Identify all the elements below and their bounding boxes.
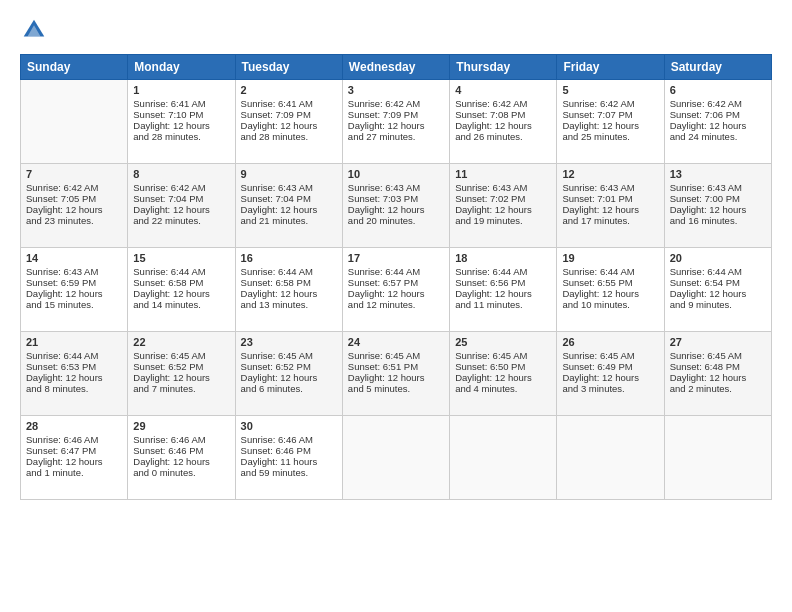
day-info-line: Sunset: 7:06 PM: [670, 109, 766, 120]
day-info-line: Daylight: 12 hours: [562, 120, 658, 131]
day-info-line: Sunset: 6:48 PM: [670, 361, 766, 372]
calendar-cell: 13Sunrise: 6:43 AMSunset: 7:00 PMDayligh…: [664, 164, 771, 248]
day-number: 25: [455, 336, 551, 348]
day-info-line: Daylight: 12 hours: [133, 204, 229, 215]
day-info-line: Daylight: 12 hours: [133, 288, 229, 299]
calendar-cell: 17Sunrise: 6:44 AMSunset: 6:57 PMDayligh…: [342, 248, 449, 332]
day-info-line: Daylight: 12 hours: [133, 456, 229, 467]
day-info-line: Sunset: 6:51 PM: [348, 361, 444, 372]
day-info-line: Daylight: 12 hours: [455, 120, 551, 131]
day-info-line: and 22 minutes.: [133, 215, 229, 226]
day-info-line: Daylight: 12 hours: [26, 204, 122, 215]
day-info-line: Sunrise: 6:43 AM: [348, 182, 444, 193]
day-info-line: Daylight: 12 hours: [26, 372, 122, 383]
calendar-table: SundayMondayTuesdayWednesdayThursdayFrid…: [20, 54, 772, 500]
day-number: 30: [241, 420, 337, 432]
day-number: 8: [133, 168, 229, 180]
day-info-line: and 16 minutes.: [670, 215, 766, 226]
day-info-line: Sunrise: 6:42 AM: [670, 98, 766, 109]
day-info-line: Daylight: 12 hours: [670, 120, 766, 131]
day-info-line: Sunrise: 6:44 AM: [670, 266, 766, 277]
day-number: 20: [670, 252, 766, 264]
day-info-line: Sunrise: 6:43 AM: [670, 182, 766, 193]
day-info-line: Daylight: 11 hours: [241, 456, 337, 467]
day-info-line: Sunrise: 6:42 AM: [26, 182, 122, 193]
day-header-thursday: Thursday: [450, 55, 557, 80]
day-info-line: Sunset: 6:52 PM: [241, 361, 337, 372]
day-number: 21: [26, 336, 122, 348]
day-number: 3: [348, 84, 444, 96]
calendar-cell: 23Sunrise: 6:45 AMSunset: 6:52 PMDayligh…: [235, 332, 342, 416]
day-number: 19: [562, 252, 658, 264]
calendar-cell: 6Sunrise: 6:42 AMSunset: 7:06 PMDaylight…: [664, 80, 771, 164]
calendar-cell: 16Sunrise: 6:44 AMSunset: 6:58 PMDayligh…: [235, 248, 342, 332]
day-info-line: and 2 minutes.: [670, 383, 766, 394]
day-info-line: Sunrise: 6:46 AM: [241, 434, 337, 445]
day-info-line: and 25 minutes.: [562, 131, 658, 142]
day-info-line: and 20 minutes.: [348, 215, 444, 226]
day-number: 2: [241, 84, 337, 96]
day-number: 13: [670, 168, 766, 180]
day-number: 27: [670, 336, 766, 348]
day-info-line: Daylight: 12 hours: [562, 372, 658, 383]
day-info-line: and 26 minutes.: [455, 131, 551, 142]
calendar-cell: 11Sunrise: 6:43 AMSunset: 7:02 PMDayligh…: [450, 164, 557, 248]
day-info-line: Sunset: 6:58 PM: [241, 277, 337, 288]
day-info-line: and 1 minute.: [26, 467, 122, 478]
day-info-line: Sunset: 7:00 PM: [670, 193, 766, 204]
day-info-line: Daylight: 12 hours: [133, 372, 229, 383]
day-info-line: Sunrise: 6:46 AM: [26, 434, 122, 445]
logo: [20, 16, 52, 44]
day-info-line: and 14 minutes.: [133, 299, 229, 310]
day-info-line: and 17 minutes.: [562, 215, 658, 226]
week-row-4: 21Sunrise: 6:44 AMSunset: 6:53 PMDayligh…: [21, 332, 772, 416]
week-row-5: 28Sunrise: 6:46 AMSunset: 6:47 PMDayligh…: [21, 416, 772, 500]
day-header-wednesday: Wednesday: [342, 55, 449, 80]
day-info-line: Sunset: 6:54 PM: [670, 277, 766, 288]
day-info-line: Daylight: 12 hours: [455, 372, 551, 383]
day-number: 22: [133, 336, 229, 348]
day-info-line: Sunrise: 6:44 AM: [26, 350, 122, 361]
calendar-cell: 9Sunrise: 6:43 AMSunset: 7:04 PMDaylight…: [235, 164, 342, 248]
header: [20, 16, 772, 44]
day-info-line: Sunset: 6:49 PM: [562, 361, 658, 372]
calendar-cell: [21, 80, 128, 164]
day-info-line: and 28 minutes.: [133, 131, 229, 142]
day-info-line: Sunset: 7:03 PM: [348, 193, 444, 204]
calendar-cell: 20Sunrise: 6:44 AMSunset: 6:54 PMDayligh…: [664, 248, 771, 332]
day-number: 24: [348, 336, 444, 348]
day-info-line: and 24 minutes.: [670, 131, 766, 142]
day-info-line: Daylight: 12 hours: [562, 204, 658, 215]
day-header-friday: Friday: [557, 55, 664, 80]
week-row-2: 7Sunrise: 6:42 AMSunset: 7:05 PMDaylight…: [21, 164, 772, 248]
calendar-cell: 21Sunrise: 6:44 AMSunset: 6:53 PMDayligh…: [21, 332, 128, 416]
day-info-line: Daylight: 12 hours: [562, 288, 658, 299]
day-number: 18: [455, 252, 551, 264]
day-number: 14: [26, 252, 122, 264]
day-info-line: Sunrise: 6:45 AM: [562, 350, 658, 361]
day-info-line: Sunset: 7:04 PM: [241, 193, 337, 204]
day-info-line: Sunrise: 6:43 AM: [26, 266, 122, 277]
day-info-line: Daylight: 12 hours: [455, 204, 551, 215]
day-info-line: Sunrise: 6:45 AM: [348, 350, 444, 361]
calendar-cell: 8Sunrise: 6:42 AMSunset: 7:04 PMDaylight…: [128, 164, 235, 248]
day-number: 26: [562, 336, 658, 348]
day-info-line: and 15 minutes.: [26, 299, 122, 310]
calendar-cell: [557, 416, 664, 500]
day-info-line: Sunrise: 6:44 AM: [241, 266, 337, 277]
day-info-line: Sunrise: 6:42 AM: [455, 98, 551, 109]
calendar-cell: 15Sunrise: 6:44 AMSunset: 6:58 PMDayligh…: [128, 248, 235, 332]
day-info-line: Daylight: 12 hours: [26, 456, 122, 467]
day-info-line: Sunrise: 6:42 AM: [348, 98, 444, 109]
day-info-line: Daylight: 12 hours: [348, 120, 444, 131]
day-header-sunday: Sunday: [21, 55, 128, 80]
calendar-cell: 28Sunrise: 6:46 AMSunset: 6:47 PMDayligh…: [21, 416, 128, 500]
day-info-line: and 0 minutes.: [133, 467, 229, 478]
day-info-line: Sunrise: 6:44 AM: [133, 266, 229, 277]
day-number: 1: [133, 84, 229, 96]
day-info-line: Sunset: 7:10 PM: [133, 109, 229, 120]
day-number: 28: [26, 420, 122, 432]
calendar-cell: 4Sunrise: 6:42 AMSunset: 7:08 PMDaylight…: [450, 80, 557, 164]
day-info-line: Sunrise: 6:43 AM: [562, 182, 658, 193]
day-info-line: Sunset: 6:56 PM: [455, 277, 551, 288]
